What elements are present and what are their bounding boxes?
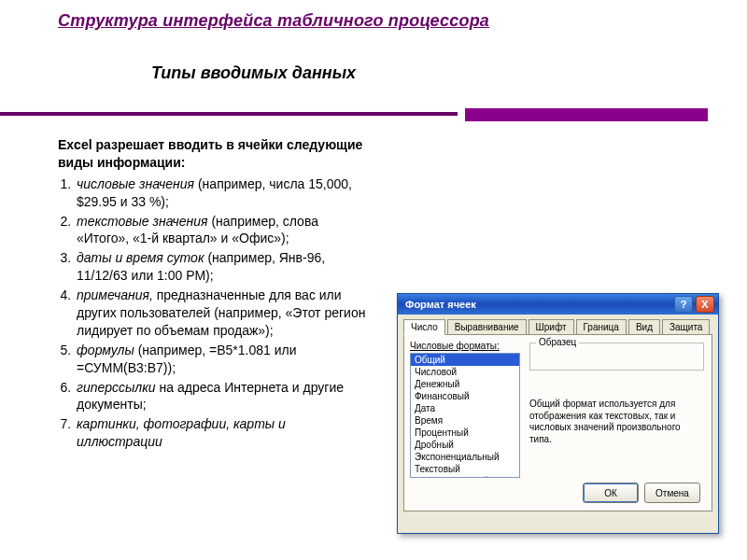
tab-number[interactable]: Число xyxy=(403,319,445,335)
format-option[interactable]: Процентный xyxy=(411,427,519,439)
content-block: Excel разрешает вводить в ячейки следующ… xyxy=(58,136,374,453)
list-item: гиперссылки на адреса Интернета и другие… xyxy=(75,379,374,414)
format-option[interactable]: Экспоненциальный xyxy=(411,451,519,463)
list-item: картинки, фотографии, карты и иллюстраци… xyxy=(75,415,374,451)
format-option[interactable]: Дробный xyxy=(411,439,519,451)
list-item: формулы (например, =В5*1.081 или =СУММ(В… xyxy=(75,342,374,377)
divider-block xyxy=(465,108,708,121)
cancel-button[interactable]: Отмена xyxy=(644,483,700,503)
format-hint: Общий формат используется для отображени… xyxy=(529,399,702,445)
slide: Структура интерфейса табличного процессо… xyxy=(0,0,747,560)
sample-box: Образец xyxy=(529,343,704,371)
page-subtitle: Типы вводимых данных xyxy=(151,63,356,83)
format-option[interactable]: Денежный xyxy=(411,378,519,390)
dialog-footer: ОК Отмена xyxy=(583,483,700,503)
format-option[interactable]: Текстовый xyxy=(411,463,519,475)
dialog-title: Формат ячеек xyxy=(405,299,476,310)
list-item-term: гиперссылки xyxy=(77,380,156,395)
data-types-list: числовые значения (например, числа 15,00… xyxy=(58,175,374,451)
tab-view[interactable]: Вид xyxy=(628,319,660,335)
format-option[interactable]: Время xyxy=(411,414,519,427)
list-item-term: числовые значения xyxy=(77,176,194,191)
format-option[interactable]: Финансовый xyxy=(411,390,519,402)
format-option[interactable]: Дополнительный xyxy=(411,475,519,478)
tab-strip: Число Выравнивание Шрифт Граница Вид Защ… xyxy=(398,315,718,334)
tab-font[interactable]: Шрифт xyxy=(529,319,574,335)
sample-legend: Образец xyxy=(536,337,579,347)
list-item-term: даты и время суток xyxy=(77,250,204,265)
tab-alignment[interactable]: Выравнивание xyxy=(447,319,527,335)
formats-list[interactable]: Общий Числовой Денежный Финансовый Дата … xyxy=(410,353,520,478)
list-item: числовые значения (например, числа 15,00… xyxy=(75,175,374,211)
list-item: даты и время суток (например, Янв-96, 11… xyxy=(75,249,374,285)
page-title: Структура интерфейса табличного процессо… xyxy=(58,11,489,31)
format-option[interactable]: Числовой xyxy=(411,366,519,378)
list-item: текстовые значения (например, слова «Ито… xyxy=(75,213,374,248)
dialog-titlebar[interactable]: Формат ячеек ? X xyxy=(398,294,718,315)
tab-border[interactable]: Граница xyxy=(576,319,627,335)
title-buttons: ? X xyxy=(674,296,714,313)
intro-text: Excel разрешает вводить в ячейки следующ… xyxy=(58,136,374,172)
list-item-term: текстовые значения xyxy=(77,214,208,229)
list-item: примечания, предназначенные для вас или … xyxy=(75,287,374,340)
tab-protection[interactable]: Защита xyxy=(662,319,710,335)
help-button[interactable]: ? xyxy=(674,296,693,313)
format-option[interactable]: Общий xyxy=(411,354,519,366)
list-item-term: формулы xyxy=(77,343,134,357)
sample-area: Образец xyxy=(529,341,704,371)
tab-body: Числовые форматы: Общий Числовой Денежны… xyxy=(403,334,712,511)
divider-line xyxy=(0,112,458,116)
ok-button[interactable]: ОК xyxy=(583,483,639,503)
format-option[interactable]: Дата xyxy=(411,402,519,414)
list-item-term: картинки, фотографии, карты и иллюстраци… xyxy=(77,416,286,449)
list-item-term: примечания, xyxy=(77,287,153,302)
close-button[interactable]: X xyxy=(696,296,714,313)
format-cells-dialog: Формат ячеек ? X Число Выравнивание Шриф… xyxy=(397,293,719,534)
